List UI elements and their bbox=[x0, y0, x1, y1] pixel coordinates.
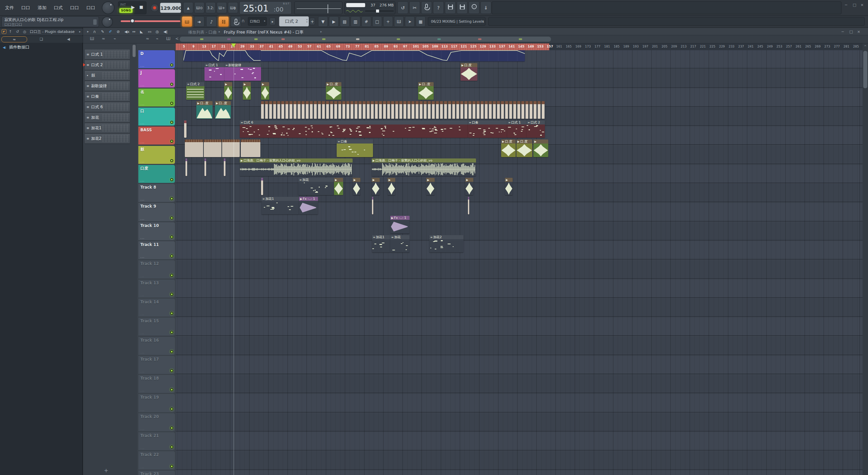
track-header-track-14[interactable]: Track 14... bbox=[138, 299, 175, 317]
slip-icon[interactable]: ↔ bbox=[132, 30, 135, 34]
playlist-clip[interactable]: ≡副歌旋律 bbox=[224, 63, 261, 81]
browser-path[interactable]: 口口兰 - Plugin database bbox=[30, 29, 75, 34]
pattern-play-icon[interactable]: ▸ bbox=[270, 18, 276, 25]
track-mute-led[interactable] bbox=[170, 312, 173, 315]
menu-item-5[interactable]: 口口 bbox=[83, 0, 99, 16]
browser-tab-waveform[interactable]: ≈ bbox=[1, 36, 27, 42]
audio-sliver-clip[interactable] bbox=[372, 197, 373, 214]
track-mute-led[interactable] bbox=[170, 293, 173, 296]
drum-audio-clip[interactable] bbox=[241, 139, 260, 157]
playhead-marker[interactable] bbox=[231, 43, 236, 48]
playlist-clip[interactable]: ▶ bbox=[533, 139, 548, 157]
playlist-clip[interactable]: ▶ bbox=[465, 178, 473, 195]
track-row-13[interactable] bbox=[176, 280, 863, 298]
pattern-list-scrollbar[interactable] bbox=[133, 45, 136, 57]
track-row-11[interactable] bbox=[176, 241, 863, 260]
playback-icon[interactable]: ◀| bbox=[163, 30, 167, 34]
playlist-clip[interactable]: ▶口海彪、口梅子 - 寂寞的人口心的歌_vo bbox=[240, 158, 353, 176]
progress-track[interactable] bbox=[365, 11, 394, 12]
song-mode-button[interactable]: SONG bbox=[119, 8, 133, 13]
scroll-left-button[interactable]: < bbox=[175, 36, 179, 41]
track-header-口[interactable]: 口... bbox=[138, 108, 175, 126]
playlist-clip[interactable]: ▶ bbox=[224, 82, 232, 100]
track-header-track-20[interactable]: Track 20... bbox=[138, 413, 175, 431]
audio-sliver-clip[interactable] bbox=[184, 120, 186, 138]
pattern-item-6[interactable]: ≡口式 6 bbox=[85, 102, 130, 112]
track-mute-led[interactable] bbox=[170, 83, 173, 86]
track-row-18[interactable] bbox=[176, 375, 863, 393]
audio-sliver-clip[interactable] bbox=[468, 197, 469, 214]
track-mute-led[interactable] bbox=[170, 254, 173, 258]
track-header-track-19[interactable]: Track 19... bbox=[138, 394, 175, 412]
track-mute-led[interactable] bbox=[170, 216, 173, 220]
playlist-clip[interactable]: ≡口奏 bbox=[468, 120, 507, 138]
typing-keyboard-icon[interactable]: Ш bbox=[182, 16, 192, 27]
playlist-clip[interactable]: ▶口..度 bbox=[326, 82, 341, 100]
audio-sliver-clip[interactable] bbox=[204, 158, 206, 176]
playlist-clip[interactable]: ▶ bbox=[261, 82, 269, 100]
header-audio-icon[interactable]: ≈ bbox=[146, 36, 149, 41]
playlist-titlebar[interactable]: ▸ ∩✎✐⊘◀x↔◣▭◎◀| 播放列表 - 口曲 ▸ Fruity Free F… bbox=[83, 28, 868, 35]
pattern-item-2[interactable]: ≡口式 2 bbox=[85, 60, 130, 70]
track-header-track-10[interactable]: Track 10... bbox=[138, 222, 175, 240]
clip-area[interactable]: ~Fruity Free Filter (reFX Nexus #4) - 口率… bbox=[176, 43, 863, 475]
vertical-scroll-thumb[interactable] bbox=[863, 51, 867, 88]
render-icon[interactable]: ⇓ bbox=[480, 1, 491, 14]
track-mute-led[interactable] bbox=[170, 388, 173, 391]
track-mute-led[interactable] bbox=[170, 274, 173, 277]
project-title-panel[interactable]: 寂寞的人口心的歌 DJ名口工程.zip 口口兰口口 bbox=[1, 16, 99, 27]
menu-item-4[interactable]: 口口 bbox=[66, 0, 83, 16]
scroll-up-button[interactable]: ^ bbox=[863, 43, 868, 50]
time-mode-label[interactable]: B:S:T bbox=[283, 2, 289, 5]
loop-record-icon[interactable]: Ш+ bbox=[217, 2, 227, 13]
slice-icon[interactable]: ◣ bbox=[140, 30, 143, 34]
playlist-clip[interactable]: ▶口..度 bbox=[418, 82, 434, 100]
chat-icon[interactable]: – bbox=[469, 1, 479, 14]
playlist-close-button[interactable]: × bbox=[857, 30, 860, 34]
plugin-picker-icon[interactable]: + bbox=[383, 16, 393, 27]
playlist-maximize-button[interactable]: □ bbox=[849, 30, 853, 34]
pattern-item-7[interactable]: ≡加花 bbox=[85, 113, 130, 122]
audio-sliver-clip[interactable] bbox=[224, 158, 225, 176]
step-sequencer-icon[interactable]: ▶ bbox=[329, 16, 339, 27]
track-header-track-13[interactable]: Track 13... bbox=[138, 280, 175, 298]
paint-icon[interactable]: ✐ bbox=[109, 30, 112, 34]
picker-panel-icon[interactable]: ▼ bbox=[318, 16, 328, 27]
track-mute-led[interactable] bbox=[170, 178, 173, 181]
playlist-clip[interactable]: ▶ bbox=[388, 178, 395, 195]
next-icon[interactable]: ➜ bbox=[194, 16, 204, 27]
shuffle-slider-thumb[interactable] bbox=[130, 19, 135, 23]
piano-roll-icon[interactable]: Ш bbox=[394, 16, 404, 27]
progress-thumb[interactable] bbox=[376, 10, 379, 13]
playlist-clip[interactable]: ≡加花1 bbox=[261, 197, 299, 214]
pattern-picker-auto-icon[interactable]: ⌁ bbox=[114, 36, 116, 41]
help-icon[interactable]: ? bbox=[433, 1, 444, 14]
metronome-icon[interactable]: ▲ bbox=[183, 2, 193, 13]
pattern-item-4[interactable]: ≡副歌旋律 bbox=[85, 81, 130, 91]
track-mute-led[interactable] bbox=[170, 140, 173, 143]
pattern-selector[interactable]: 口式 2 ▴▾ bbox=[279, 16, 309, 26]
playlist-clip[interactable]: ≡加花1 bbox=[372, 235, 390, 253]
track-mute-led[interactable] bbox=[170, 121, 173, 124]
track-header-track-15[interactable]: Track 15... bbox=[138, 318, 175, 336]
timeline-ruler[interactable]: 5913172125293337414549535761656973778185… bbox=[176, 43, 863, 50]
record-audio-icon[interactable] bbox=[231, 16, 241, 27]
step-edit-icon[interactable]: Шϕ bbox=[228, 2, 238, 13]
playlist-clip[interactable]: ▶ bbox=[426, 178, 435, 195]
track-row-23[interactable] bbox=[176, 471, 863, 475]
track-mute-led[interactable] bbox=[170, 465, 173, 468]
main-pitch-knob[interactable] bbox=[102, 16, 113, 27]
up-icon[interactable]: ↑ bbox=[9, 30, 12, 34]
playlist-clip[interactable]: ≡加花 bbox=[390, 235, 410, 253]
playlist-clip[interactable]: ≡口式 1 bbox=[204, 63, 224, 81]
track-mute-led[interactable] bbox=[170, 102, 173, 105]
browser-back-icon[interactable]: ◤ bbox=[2, 29, 6, 34]
track-header-j[interactable]: J... bbox=[138, 69, 175, 87]
shop-icon[interactable]: ▦ bbox=[416, 16, 426, 27]
search-icon[interactable]: ◎ bbox=[23, 30, 26, 34]
pattern-picker-audio-icon[interactable]: ≈ bbox=[102, 36, 105, 41]
track-mute-led[interactable] bbox=[170, 369, 173, 372]
playlist-clip[interactable]: ▶Fx -..- 1 bbox=[390, 216, 410, 233]
main-volume-knob[interactable] bbox=[102, 1, 115, 14]
track-header-bass[interactable]: BASS... bbox=[138, 127, 175, 145]
